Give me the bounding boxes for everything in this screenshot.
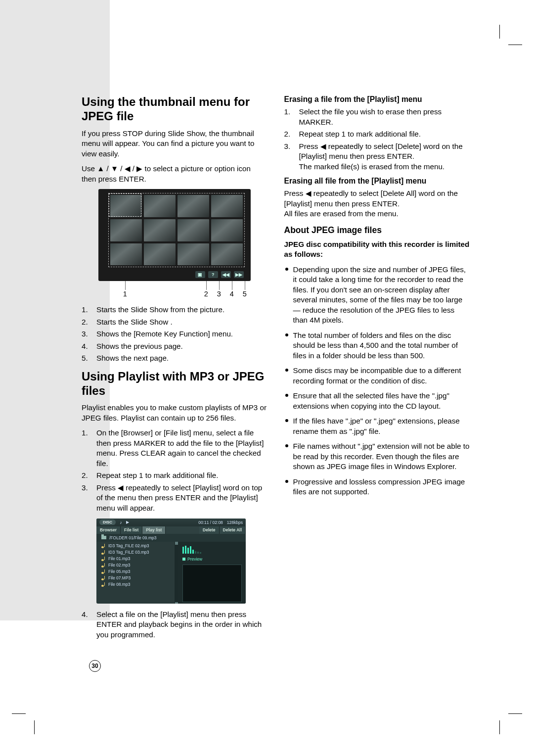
list-item: ID3 Tag_FILE 03.mp3 <box>96 549 175 556</box>
playlist-figure: DISC ♪ ▶ 00:11 / 02:08 128kbps Browser F… <box>96 519 246 604</box>
erase-one-steps: Select the file you wish to erase then p… <box>284 107 470 172</box>
list-item: Shows the next page. <box>82 353 267 364</box>
path-text: /FOLDER 01/File 09.mp3 <box>109 535 156 540</box>
para-thumb-intro: If you press STOP during Slide Show, the… <box>82 129 267 159</box>
tab-playlist: Play list <box>142 526 166 534</box>
thumbnail-screen: ▣ ? ◀◀ ▶▶ <box>98 189 251 281</box>
list-item: Select a file on the [Playlist] menu the… <box>82 610 267 640</box>
page-number: 30 <box>89 660 101 672</box>
callout-num: 1 <box>123 290 127 298</box>
music-icon <box>101 563 106 567</box>
jpeg-compat-bullets: Depending upon the size and number of JP… <box>284 265 470 497</box>
callout-line <box>245 281 245 290</box>
nav-prev-icon: ◀◀ <box>221 271 231 278</box>
thumb <box>178 243 209 266</box>
preview-box <box>182 565 242 602</box>
thumbnail-menu-figure: ▣ ? ◀◀ ▶▶ 1 2 3 4 5 <box>98 189 251 298</box>
heading-playlist: Using Playlist with MP3 or JPEG files <box>82 370 267 398</box>
left-column: Using the thumbnail menu for JPEG file I… <box>82 95 267 645</box>
music-icon <box>101 550 106 555</box>
list-item: Starts the Slide Show . <box>82 317 267 328</box>
equalizer-icon <box>182 545 242 554</box>
music-icon <box>101 576 106 580</box>
cropmark <box>508 45 522 45</box>
playlist-step-4: Select a file on the [Playlist] menu the… <box>82 610 267 640</box>
list-item: File 05.mp3 <box>96 568 175 575</box>
thumb <box>211 195 243 217</box>
tab-browser: Browser <box>96 526 121 534</box>
list-item: File 02.mp3 <box>96 562 175 568</box>
cropmark <box>508 713 522 714</box>
list-item: File names without ".jpg" extension will… <box>284 441 470 472</box>
list-item: Repeat step 1 to mark additional file. <box>284 129 470 140</box>
compat-head: JPEG disc compatibility with this record… <box>284 239 470 260</box>
arrow-keys-text: ▲ / ▼ / ◀ / ▶ <box>97 164 142 173</box>
para-playlist-intro: Playlist enables you to make custom play… <box>82 403 267 423</box>
nav-remote-icon: ? <box>208 271 218 278</box>
thumbnail-grid <box>110 195 243 265</box>
list-item: On the [Browser] or [File list] menu, se… <box>82 428 267 469</box>
heading-erase-all: Erasing all file from the [Playlist] men… <box>284 177 470 186</box>
list-item: Shows the [Remote Key Function] menu. <box>82 329 267 339</box>
list-item: File 07.MP3 <box>96 575 175 581</box>
music-note-icon: ♪ <box>120 520 122 525</box>
playlist-steps-1-3: On the [Browser] or [File list] menu, se… <box>82 428 267 513</box>
list-item: The total number of folders and files on… <box>284 331 470 361</box>
para-thumb-use: Use ▲ / ▼ / ◀ / ▶ to select a picture or… <box>82 164 267 184</box>
file-name: File 01.mp3 <box>108 556 130 561</box>
list-item: Depending upon the size and number of JP… <box>284 265 470 326</box>
right-column: Erasing a file from the [Playlist] menu … <box>284 95 470 645</box>
stop-icon <box>182 558 185 561</box>
list-item: Starts the Slide Show from the picture. <box>82 305 267 315</box>
playlist-preview-panel: Preview <box>178 542 246 604</box>
cropmark <box>499 25 500 39</box>
scrollbar <box>175 542 178 604</box>
nav-next-icon: ▶▶ <box>234 271 244 278</box>
disc-chip: DISC <box>99 520 116 525</box>
thumb <box>110 243 142 266</box>
heading-thumb: Using the thumbnail menu for JPEG file <box>82 95 267 124</box>
thumb-nav-bar: ▣ ? ◀◀ ▶▶ <box>195 271 244 278</box>
tab-delete: Delete <box>199 526 220 534</box>
thumb-callouts: 1 2 3 4 5 <box>98 281 251 298</box>
file-name: File 02.mp3 <box>108 563 130 567</box>
thumb <box>110 195 142 217</box>
callout-num: 5 <box>243 290 247 298</box>
file-name: ID3 Tag_FILE 03.mp3 <box>108 550 149 555</box>
list-item: File 08.mp3 <box>96 581 175 588</box>
music-icon <box>101 582 106 587</box>
file-name: File 05.mp3 <box>108 569 130 574</box>
preview-label: Preview <box>182 557 242 562</box>
music-icon <box>101 544 106 548</box>
nav-slideshow-icon: ▣ <box>195 271 205 278</box>
list-item: Press ◀ repeatedly to select [Delete] wo… <box>284 142 470 172</box>
file-name: File 07.MP3 <box>108 575 131 580</box>
callout-line <box>232 281 232 290</box>
callout-num: 4 <box>230 290 234 298</box>
cropmark <box>12 713 26 714</box>
play-icon: ▶ <box>126 520 129 524</box>
thumb <box>144 243 176 266</box>
callout-num: 3 <box>217 290 221 298</box>
thumb-callout-list: Starts the Slide Show from the picture. … <box>82 305 267 364</box>
thumb <box>144 195 176 217</box>
playlist-topbar: DISC ♪ ▶ 00:11 / 02:08 128kbps <box>96 519 246 526</box>
thumb <box>178 219 209 241</box>
list-item: Select the file you wish to erase then p… <box>284 107 470 127</box>
callout-line <box>219 281 220 290</box>
list-item: Press ◀ repeatedly to select [Playlist] … <box>82 483 267 514</box>
time-text: 00:11 / 02:08 <box>198 520 223 525</box>
playlist-file-list: ID3 Tag_FILE 02.mp3 ID3 Tag_FILE 03.mp3 … <box>96 542 175 604</box>
heading-about-jpeg: About JPEG image files <box>284 225 470 236</box>
callout-line <box>125 281 126 290</box>
list-item: Ensure that all the selected files have … <box>284 391 470 411</box>
callout-num: 2 <box>204 290 208 298</box>
tab-delete-all: Delete All <box>220 526 246 534</box>
playlist-screen: DISC ♪ ▶ 00:11 / 02:08 128kbps Browser F… <box>96 519 246 604</box>
bitrate-text: 128kbps <box>227 520 243 525</box>
list-item: If the files have ".jpe" or ".jpeg" exte… <box>284 416 470 436</box>
tab-filelist: File list <box>121 526 142 534</box>
text: Preview <box>187 557 202 562</box>
thumb <box>178 195 209 217</box>
thumb <box>211 219 243 241</box>
